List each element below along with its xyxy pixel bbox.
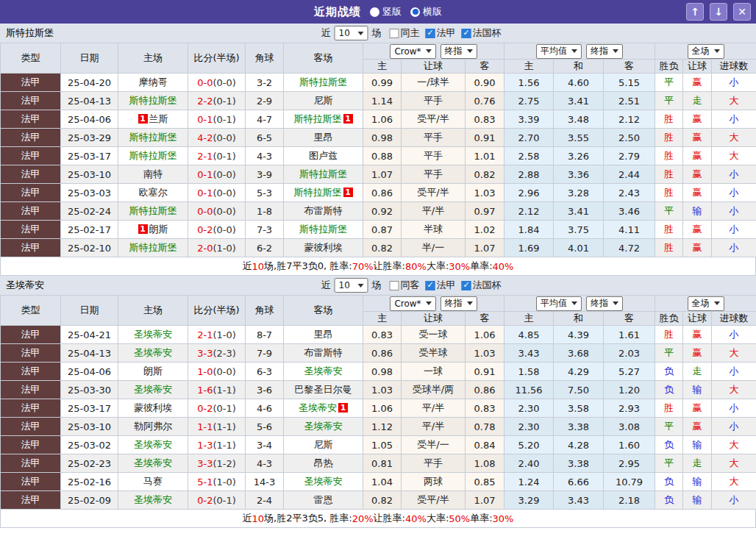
handicap-odds-kind-select[interactable]: 终指 <box>441 44 477 59</box>
halftime-score: (0-1) <box>213 403 235 414</box>
home-team-name: 圣埃蒂安 <box>134 439 172 450</box>
date-cell: 25-04-06 <box>61 110 118 129</box>
summary-segment: 大率: <box>427 260 449 273</box>
date-cell: 25-02-17 <box>61 221 118 239</box>
fulltime-score: 2-0 <box>197 243 213 254</box>
handicap-away-odds-cell: 0.82 <box>466 165 504 184</box>
score-cell: 1-1(1-1) <box>188 418 246 436</box>
halftime-score: (1-1) <box>213 440 235 451</box>
avg-draw-odds-cell: 6.66 <box>554 473 604 491</box>
match-row: 法甲25-04-13圣埃蒂安3-3(2-3)7-9布雷斯特0.86受半球1.03… <box>1 344 756 363</box>
match-row: 法甲25-03-30圣埃蒂安1-6(1-1)3-6巴黎圣日尔曼1.03受球半/两… <box>1 381 756 399</box>
handicap-away-odds-cell: 1.02 <box>466 221 504 239</box>
avg-draw-odds-cell: 3.36 <box>554 165 604 184</box>
bookmaker-select[interactable]: Crow* <box>390 44 435 59</box>
scope-select[interactable]: 全场 <box>688 44 724 59</box>
radio-vertical-label: 竖版 <box>382 5 402 18</box>
avg-draw-odds-cell: 3.38 <box>554 418 604 436</box>
checkbox-unchecked-icon[interactable] <box>390 281 399 290</box>
checkbox-unchecked-icon[interactable] <box>390 29 399 38</box>
fulltime-score: 0-1 <box>197 169 213 180</box>
chevron-down-icon <box>714 49 720 53</box>
close-button[interactable]: ✕ <box>733 3 751 21</box>
filter-check-option[interactable]: 法国杯 <box>462 279 502 292</box>
radio-unselected-icon[interactable] <box>370 7 379 17</box>
score-cell: 3-3(1-2) <box>188 454 246 473</box>
goals-result-cell: 大 <box>712 381 756 399</box>
checkbox-checked-icon[interactable] <box>426 29 435 38</box>
europe-odds-kind-select[interactable]: 终指 <box>586 296 623 311</box>
filter-check-option[interactable]: 同客 <box>390 279 420 292</box>
away-team-name: 雷恩 <box>314 494 333 505</box>
recent-count-select[interactable]: 10 <box>335 26 368 40</box>
layout-radio-horizontal[interactable]: 横版 <box>410 5 442 18</box>
date-cell: 25-04-13 <box>61 344 118 363</box>
move-down-button[interactable]: ↓ <box>710 3 727 21</box>
match-row: 法甲25-02-23圣埃蒂安3-3(1-2)4-3昂热0.81平手1.082.4… <box>1 454 756 473</box>
date-cell: 25-04-06 <box>61 363 118 381</box>
avg-home-odds-cell: 1.24 <box>504 473 554 491</box>
recent-count-select[interactable]: 10 <box>335 278 368 293</box>
score-cell: 0-0(0-0) <box>188 202 246 221</box>
radio-selected-icon[interactable] <box>410 7 420 17</box>
corner-cell: 3-6 <box>246 381 284 399</box>
matches-table: 类型 日期 主场 比分(半场) 角球 客场 Crow* 终指 <box>0 43 756 257</box>
handicap-home-odds-cell: 0.99 <box>363 74 402 92</box>
filter-check-option[interactable]: 法国杯 <box>462 26 502 40</box>
avg-away-odds-cell: 2.03 <box>604 344 655 363</box>
checkbox-checked-icon[interactable] <box>462 29 471 38</box>
handicap-line-cell: 平手 <box>402 147 466 165</box>
corner-cell: 5-6 <box>246 418 284 436</box>
halftime-score: (1-0) <box>213 243 235 254</box>
checkbox-checked-icon[interactable] <box>426 281 435 290</box>
away-team-name: 圣埃蒂安 <box>304 365 343 376</box>
date-cell: 25-03-02 <box>61 436 118 454</box>
fulltime-score: 1-0 <box>197 366 213 377</box>
europe-odds-kind-select[interactable]: 终指 <box>586 44 623 59</box>
handicap-odds-kind-select[interactable]: 终指 <box>441 296 477 311</box>
move-up-button[interactable]: ↑ <box>686 3 704 21</box>
goals-result-cell: 小 <box>712 239 756 257</box>
match-row: 法甲25-03-03欧塞尔0-1(0-0)5-3斯特拉斯堡10.86受平/半1.… <box>1 184 756 202</box>
avg-away-odds-cell: 10.79 <box>604 473 655 491</box>
scope-select[interactable]: 全场 <box>688 296 724 311</box>
handicap-away-odds-cell: 0.76 <box>466 92 504 110</box>
handicap-away-odds-cell: 0.90 <box>466 74 504 92</box>
avg-home-odds-cell: 1.56 <box>504 74 554 92</box>
filter-check-option[interactable]: 法甲 <box>426 26 456 40</box>
checkbox-checked-icon[interactable] <box>462 281 471 290</box>
handicap-home-odds-cell: 0.83 <box>363 326 402 344</box>
goals-result-cell: 大 <box>712 454 756 473</box>
filter-check-option[interactable]: 同主 <box>390 26 420 40</box>
col-score-header: 比分(半场) <box>188 296 246 326</box>
layout-radio-vertical[interactable]: 竖版 <box>370 5 402 18</box>
europe-odds-source-value: 平均值 <box>541 297 567 310</box>
handicap-away-odds-cell: 1.06 <box>466 326 504 344</box>
europe-odds-source-select[interactable]: 平均值 <box>536 44 582 59</box>
handicap-home-odds-cell: 0.92 <box>363 202 402 221</box>
date-cell: 25-03-17 <box>61 147 118 165</box>
summary-row: 近10场,胜7平3负0, 胜率:70% 让胜率:80% 大率:30% 单率:40… <box>0 257 756 276</box>
handicap-line-cell: 平手 <box>402 129 466 147</box>
league-type-cell: 法甲 <box>1 436 61 454</box>
avg-draw-odds-cell: 3.38 <box>554 454 604 473</box>
league-type-cell: 法甲 <box>1 129 61 147</box>
avg-draw-odds-cell: 4.29 <box>554 363 604 381</box>
handicap-line-cell: 半/一 <box>402 239 466 257</box>
asian-result-cell: 赢 <box>683 184 712 202</box>
home-team-name: 斯特拉斯堡 <box>129 150 177 161</box>
asian-result-cell: 走 <box>683 92 712 110</box>
match-row: 法甲25-04-13斯特拉斯堡2-2(0-1)2-9尼斯1.14平手0.762.… <box>1 92 756 110</box>
col-asian-header: 让球 <box>683 60 712 74</box>
filter-check-option[interactable]: 法甲 <box>426 279 456 292</box>
bookmaker-select[interactable]: Crow* <box>390 296 435 311</box>
away-team-name: 里昂 <box>314 329 333 340</box>
europe-odds-source-select[interactable]: 平均值 <box>536 296 582 311</box>
avg-home-odds-cell: 5.20 <box>504 436 554 454</box>
away-team-name: 蒙彼利埃 <box>304 242 343 253</box>
avg-draw-odds-cell: 3.58 <box>554 399 604 418</box>
match-row: 法甲25-02-10斯特拉斯堡2-0(1-0)6-2蒙彼利埃0.82半/一1.0… <box>1 239 756 257</box>
away-team-name: 布雷斯特 <box>304 347 343 358</box>
away-team-cell: 斯特拉斯堡1 <box>284 110 363 129</box>
home-team-name: 勒阿弗尔 <box>134 421 172 432</box>
